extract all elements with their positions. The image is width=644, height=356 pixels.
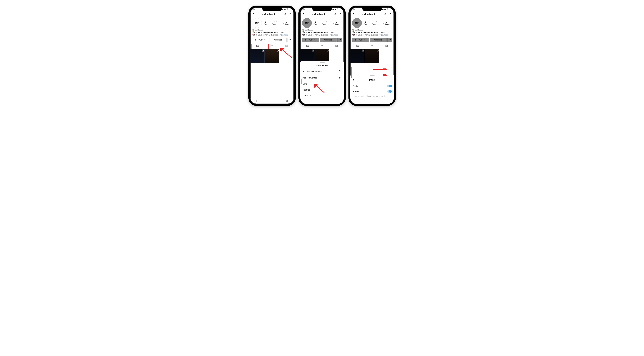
profile-bio: Virtual Banda 🏆Helping YOU Become the Be… (250, 28, 294, 37)
stat-following[interactable]: 6Following (283, 21, 290, 25)
phone-step-2: 3:3772B/s virtualbanda VB2Posts47Followe… (298, 6, 346, 106)
status-time: 3:37 (252, 9, 255, 10)
svg-point-7 (286, 46, 287, 46)
svg-point-3 (289, 39, 290, 40)
sheet-title: virtualbanda (300, 64, 344, 68)
mute-sheet: Mute Posts Stories Instagram won't let t… (350, 74, 394, 104)
svg-point-20 (390, 14, 390, 14)
mute-stories-toggle[interactable] (387, 90, 392, 93)
chevron-right-icon: › (341, 82, 342, 85)
svg-rect-5 (271, 45, 273, 47)
display-name: Virtual Banda (252, 29, 292, 31)
profile-tabs (250, 43, 294, 49)
phone-step-3: 3:38494B/s virtualbanda VB2Posts47Follow… (348, 6, 396, 106)
svg-point-19 (390, 13, 390, 14)
svg-point-26 (386, 46, 387, 46)
chevron-down-icon (264, 40, 265, 40)
suggest-users-button[interactable] (287, 38, 292, 42)
sheet-handle[interactable] (370, 75, 374, 76)
mute-stories-label: Stories (353, 90, 359, 93)
profile-actions: Following Message (250, 37, 294, 43)
nav-recent-button[interactable] (256, 100, 259, 102)
close-friends-icon (339, 70, 342, 73)
following-options-sheet: virtualbanda Add to Close Friends list A… (300, 61, 344, 104)
bio-line-1: 🏆Helping YOU Become the Best Version! (252, 31, 292, 34)
mute-note: Instagram won't let them know you muted … (350, 94, 394, 98)
status-kbps: 363B/s (286, 8, 288, 11)
following-button[interactable]: Following (252, 38, 269, 42)
svg-point-22 (389, 39, 390, 40)
mute-posts-row: Posts (350, 83, 394, 89)
notch (362, 7, 382, 11)
svg-rect-25 (386, 45, 387, 47)
message-button[interactable]: Message (270, 38, 286, 42)
stat-posts[interactable]: 2Posts (264, 21, 268, 25)
svg-point-10 (340, 14, 340, 14)
more-icon[interactable] (288, 12, 292, 17)
svg-rect-23 (356, 45, 358, 47)
mute-posts-label: Posts (353, 85, 358, 87)
dimmed-background: 3:3772B/s virtualbanda VB2Posts47Followe… (300, 8, 344, 63)
dimmed-background: 3:38494B/s virtualbanda VB2Posts47Follow… (350, 8, 394, 63)
svg-point-12 (339, 39, 340, 40)
tab-reels[interactable] (265, 43, 279, 49)
profile-overview: VB 2Posts 47Followe… 6Following (250, 17, 294, 28)
nav-home-button[interactable] (271, 100, 274, 102)
nav-back-button[interactable] (286, 100, 288, 102)
svg-point-21 (390, 15, 390, 15)
svg-rect-13 (306, 45, 308, 47)
post-thumbnail[interactable]: LIFE IS SHORT▶ (250, 49, 265, 63)
option-close-friends[interactable]: Add to Close Friends list (300, 68, 344, 75)
reel-icon: ▶ (262, 50, 264, 52)
svg-point-16 (336, 46, 337, 46)
back-icon (302, 12, 306, 17)
sheet-title: Mute (356, 79, 388, 81)
post-thumbnail[interactable]: ▶ (265, 49, 279, 63)
signal-icon-2 (284, 9, 286, 10)
reel-icon: ▶ (277, 50, 278, 52)
signal-icon (282, 9, 284, 10)
stat-followers[interactable]: 47Followe… (272, 21, 279, 25)
more-icon (338, 12, 343, 17)
notifications-icon[interactable] (282, 12, 287, 17)
sheet-handle[interactable] (320, 62, 324, 63)
back-icon[interactable] (252, 12, 256, 17)
option-mute[interactable]: Mute› (300, 81, 344, 87)
chevron-right-icon: › (341, 88, 342, 91)
notifications-icon (333, 12, 337, 17)
svg-point-2 (290, 15, 290, 15)
header-username: virtualbanda (257, 13, 282, 16)
tab-tagged[interactable] (279, 43, 294, 49)
notch (262, 7, 282, 11)
mute-posts-toggle[interactable] (387, 85, 392, 87)
tab-grid[interactable] (250, 43, 265, 49)
bio-hashtag[interactable]: #Motivation (278, 34, 288, 36)
posts-grid: LIFE IS SHORT▶ ▶ (250, 49, 294, 63)
option-favorites[interactable]: Add to favorites (300, 75, 344, 81)
option-restrict[interactable]: Restrict› (300, 87, 344, 93)
svg-rect-24 (371, 45, 373, 47)
star-icon (339, 76, 342, 79)
notch (312, 7, 332, 11)
android-nav-bar (250, 98, 294, 104)
avatar-text: VB (255, 21, 259, 25)
notifications-icon (383, 12, 387, 17)
svg-rect-6 (286, 45, 287, 47)
svg-point-1 (290, 14, 290, 14)
svg-rect-15 (336, 45, 337, 47)
phone-step-1: 3:37 363B/s virtualbanda VB (248, 6, 296, 106)
profile-header: virtualbanda (250, 11, 294, 17)
bio-line-2: 🧠Self Development & Business #Motivation (252, 34, 292, 36)
more-icon (388, 12, 393, 17)
svg-rect-14 (321, 45, 323, 47)
back-icon (352, 12, 356, 17)
avatar[interactable]: VB (252, 18, 262, 28)
svg-rect-4 (256, 45, 258, 47)
battery-icon (289, 9, 292, 10)
svg-point-11 (340, 15, 340, 15)
sheet-back-icon[interactable] (352, 78, 356, 82)
svg-point-9 (340, 13, 340, 14)
svg-point-0 (290, 13, 290, 14)
mute-stories-row: Stories (350, 89, 394, 94)
option-unfollow[interactable]: Unfollow (300, 93, 344, 98)
